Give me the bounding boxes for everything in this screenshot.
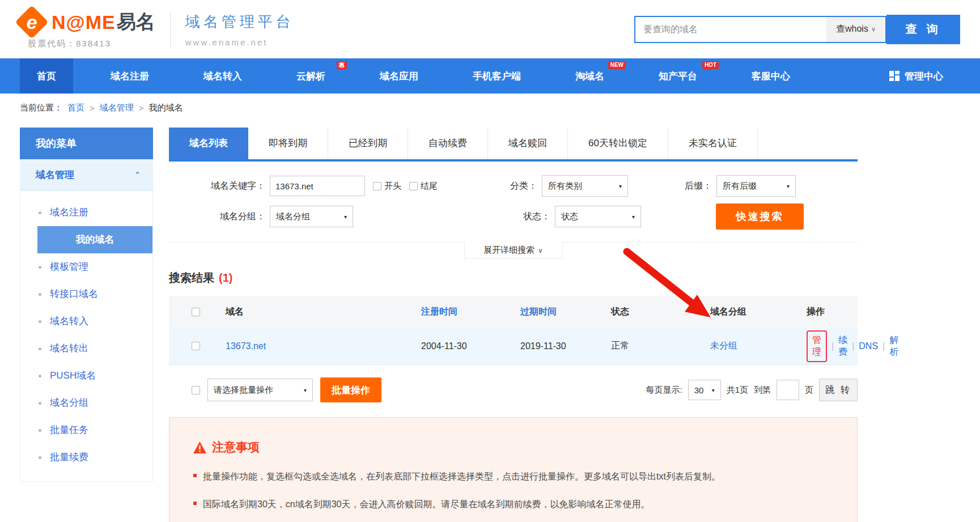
sidebar-item-batch-tasks[interactable]: 批量任务 (20, 417, 152, 444)
nav-item-home[interactable]: 首页 (20, 58, 73, 94)
total-pages: 共1页 (727, 385, 748, 396)
query-button[interactable]: 查 询 (886, 15, 960, 44)
nav-item-register[interactable]: 域名注册 (94, 58, 166, 94)
jump-button[interactable]: 跳 转 (819, 379, 858, 401)
keyword-label: 域名关键字： (169, 180, 265, 192)
nav-item-cloud-dns[interactable]: 云解析惠 (279, 58, 342, 94)
domain-search-input[interactable] (635, 17, 826, 42)
results-count: (1) (219, 271, 232, 285)
renew-action-link[interactable]: 续费 (838, 334, 847, 358)
table-header: 域名 注册时间 过期时间 状态 域名分组 操作 (169, 296, 858, 328)
nav-item-domain-market[interactable]: 淘域名NEW (558, 58, 621, 94)
caret-down-icon: ▾ (632, 214, 635, 220)
category-select[interactable]: 所有类别 ▾ (542, 175, 628, 197)
domain-link[interactable]: 13673.net (226, 341, 421, 351)
expires-date: 2019-11-30 (520, 341, 611, 351)
caret-down-icon: ▾ (344, 214, 347, 220)
status-select[interactable]: 状态 ▾ (555, 206, 641, 227)
main-nav: 首页 域名注册 域名转入 云解析惠 域名应用 手机客户端 淘域名NEW 知产平台… (0, 58, 980, 94)
quick-search-button[interactable]: 快速搜索 (716, 203, 804, 230)
sidebar: 我的菜单 域名管理 ⌃ 域名注册 我的域名 模板管理 转接口域名 域名转入 域名… (20, 128, 153, 482)
expand-detailed-search[interactable]: 展开详细搜索 ∨ (464, 242, 563, 259)
keyword-input[interactable] (270, 176, 365, 196)
group-link[interactable]: 未分组 (710, 340, 807, 352)
tab-domain-list[interactable]: 域名列表 (169, 128, 248, 159)
logo-divider (170, 12, 171, 47)
sidebar-item-domain-groups[interactable]: 域名分组 (20, 389, 152, 417)
breadcrumb-domain-management[interactable]: 域名管理 (100, 103, 134, 113)
dns-action-link[interactable]: DNS (859, 341, 878, 351)
notice-item: 国际域名到期30天，cn域名到期30天，会进入高价赎回期。请尽量在域名到期前续费… (193, 498, 833, 511)
column-expires[interactable]: 过期时间 (520, 306, 611, 318)
sidebar-section-domain-management[interactable]: 域名管理 ⌃ (20, 159, 153, 191)
breadcrumb-prefix: 当前位置： (20, 103, 62, 113)
row-checkbox[interactable] (192, 342, 200, 350)
nav-item-transfer-in[interactable]: 域名转入 (186, 58, 259, 94)
nav-item-manage-center[interactable]: 管理中心 (872, 58, 960, 94)
pagination: 每页显示: 30 ▾ 共1页 到第 页 跳 转 (646, 379, 858, 401)
sidebar-item-template-management[interactable]: 模板管理 (20, 253, 152, 281)
platform-site: www.ename.net (185, 37, 294, 47)
new-badge: NEW (608, 61, 626, 69)
sidebar-item-my-domains[interactable]: 我的域名 (37, 226, 152, 253)
batch-operation-select[interactable]: 请选择批量操作 ▾ (207, 379, 313, 401)
tab-expiring-soon[interactable]: 即将到期 (248, 128, 328, 159)
batch-operation-button[interactable]: 批量操作 (320, 377, 381, 402)
chevron-down-icon: ∨ (538, 247, 543, 254)
sidebar-item-reseller-domains[interactable]: 转接口域名 (20, 281, 152, 308)
results-title: 搜索结果 (1) (169, 270, 858, 286)
tab-unverified[interactable]: 未实名认证 (668, 128, 758, 159)
page-header: e N@ME 易名 股票代码：838413 域名管理平台 www.ename.n… (0, 0, 980, 58)
notice-box: 注意事项 批量操作功能，复选框勾选或全选域名，在列表底部下拉框选择选择类型，点击… (169, 417, 858, 522)
breadcrumb-current: 我的域名 (149, 103, 183, 113)
sidebar-item-transfer-in[interactable]: 域名转入 (20, 308, 152, 335)
nav-item-support[interactable]: 客服中心 (735, 58, 807, 94)
column-status: 状态 (611, 306, 710, 318)
manage-action-link[interactable]: 管理 (807, 330, 827, 362)
brand-name: N@ME (52, 11, 116, 33)
goto-page-input[interactable] (777, 380, 799, 400)
starts-with-checkbox[interactable]: 开头 (373, 181, 401, 192)
column-registered[interactable]: 注册时间 (421, 306, 520, 318)
column-actions: 操作 (807, 306, 858, 318)
tab-auto-renew[interactable]: 自动续费 (408, 128, 488, 159)
suffix-select[interactable]: 所有后缀 ▾ (716, 175, 796, 197)
resolve-action-link[interactable]: 解析 (889, 334, 898, 358)
breadcrumb: 当前位置： 首页 > 域名管理 > 我的域名 (0, 94, 980, 122)
caret-down-icon: ▾ (712, 387, 715, 393)
sidebar-title: 我的菜单 (20, 128, 153, 159)
group-select[interactable]: 域名分组 ▾ (270, 206, 353, 227)
nav-item-ip-platform[interactable]: 知产平台HOT (642, 58, 714, 94)
tab-redemption[interactable]: 域名赎回 (488, 128, 568, 159)
group-label: 域名分组： (169, 211, 265, 223)
ename-logo-icon: e (15, 5, 48, 39)
caret-down-icon: ▾ (304, 387, 307, 393)
tab-60day-lock[interactable]: 60天转出锁定 (568, 128, 668, 159)
caret-down-icon: ▾ (619, 183, 622, 189)
suffix-label: 后缀： (685, 180, 712, 192)
batch-select-all-checkbox[interactable] (192, 386, 200, 394)
caret-down-icon: ▾ (787, 183, 790, 189)
breadcrumb-home[interactable]: 首页 (67, 103, 84, 113)
sidebar-item-batch-renew[interactable]: 批量续费 (20, 444, 152, 471)
select-all-checkbox[interactable] (192, 308, 200, 316)
table-row: 13673.net 2004-11-30 2019-11-30 正常 未分组 管… (169, 328, 858, 365)
whois-dropdown[interactable]: 查whois ∨ (826, 17, 885, 42)
hot-badge: HOT (702, 61, 719, 69)
tab-expired[interactable]: 已经到期 (328, 128, 408, 159)
nav-item-apps[interactable]: 域名应用 (363, 58, 435, 94)
status-label: 状态： (523, 211, 550, 223)
ends-with-checkbox[interactable]: 结尾 (409, 181, 438, 192)
per-page-select[interactable]: 30 ▾ (688, 380, 721, 400)
chevron-up-icon: ⌃ (134, 171, 141, 179)
domain-tabs: 域名列表 即将到期 已经到期 自动续费 域名赎回 60天转出锁定 未实名认证 (169, 128, 858, 162)
sidebar-item-transfer-out[interactable]: 域名转出 (20, 335, 152, 362)
sidebar-item-domain-register[interactable]: 域名注册 (20, 199, 152, 226)
chevron-down-icon: ∨ (871, 26, 876, 33)
category-label: 分类： (510, 180, 537, 192)
logo: e N@ME 易名 股票代码：838413 域名管理平台 www.ename.n… (20, 9, 294, 49)
batch-toolbar: 请选择批量操作 ▾ 批量操作 每页显示: 30 ▾ 共1页 到第 页 跳 转 (169, 377, 858, 402)
sidebar-item-push-domains[interactable]: PUSH域名 (20, 362, 152, 389)
goto-suffix: 页 (805, 385, 813, 396)
nav-item-mobile-client[interactable]: 手机客户端 (456, 58, 538, 94)
